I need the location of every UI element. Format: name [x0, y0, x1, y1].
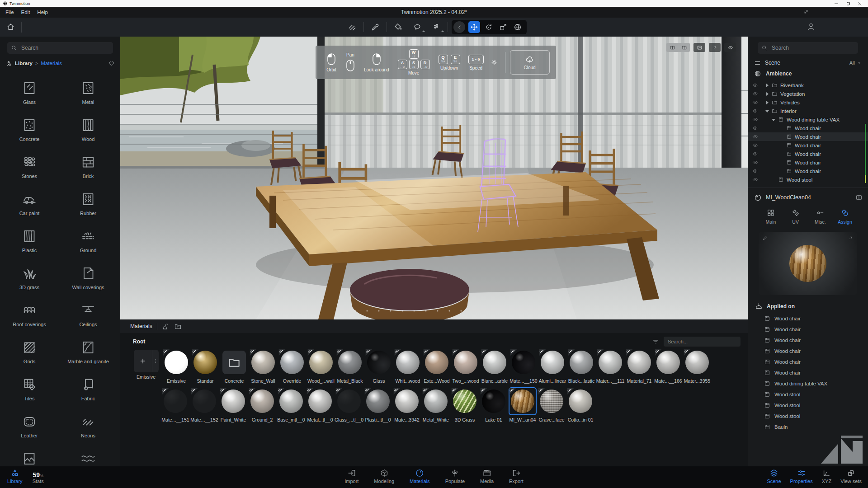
applied-on-item[interactable]: Wood stool — [748, 411, 868, 422]
tree-row[interactable]: Wood dining table VAX — [748, 115, 868, 124]
library-category[interactable]: Leather — [3, 410, 56, 447]
tree-row[interactable]: Wood chair — [748, 124, 868, 132]
account-button[interactable] — [807, 22, 816, 31]
tree-row[interactable]: Vegetation — [748, 89, 868, 98]
library-category[interactable]: 3D grass — [3, 262, 56, 299]
footer-stats[interactable]: 59% Stats — [33, 471, 44, 484]
material-tile[interactable]: Exte...Wood — [422, 348, 451, 384]
library-category[interactable]: Ceilings — [61, 299, 115, 336]
paint-fill-tool-button[interactable] — [394, 23, 403, 32]
library-category[interactable]: Stones — [3, 150, 56, 188]
tree-row[interactable]: Wood chair — [748, 150, 868, 158]
pencil-icon[interactable] — [762, 235, 768, 241]
footer-nav-item[interactable]: Modeling — [374, 469, 394, 484]
material-preview[interactable] — [759, 232, 857, 295]
viewport-image-button[interactable] — [693, 43, 705, 52]
material-tile[interactable]: Mate...__166 — [654, 348, 683, 384]
material-tile[interactable]: Cotto...in 01 — [566, 387, 595, 422]
eye-icon[interactable] — [752, 99, 758, 105]
spray-tool-button[interactable] — [432, 23, 441, 32]
footer-nav-item[interactable]: Populate — [445, 469, 465, 484]
eye-icon[interactable] — [752, 134, 758, 140]
library-category[interactable]: Ground — [61, 225, 115, 262]
applied-on-item[interactable]: Wood chair — [748, 357, 868, 367]
breadcrumb-materials[interactable]: Materials — [41, 61, 62, 66]
eye-icon[interactable] — [752, 82, 758, 88]
tree-row[interactable]: Wood chair — [748, 132, 868, 141]
library-category[interactable] — [3, 447, 56, 466]
material-tile[interactable]: Wood_...wall — [307, 348, 335, 384]
library-category[interactable]: Fabric — [61, 373, 115, 410]
eye-icon[interactable] — [752, 91, 758, 97]
menu-item[interactable]: Edit — [21, 9, 30, 15]
eye-icon[interactable] — [752, 142, 758, 148]
footer-nav-item[interactable]: Export — [509, 469, 524, 484]
material-tile[interactable]: Plasti...tl__0 — [363, 387, 392, 422]
material-tile[interactable]: Mater...__111 — [596, 348, 625, 384]
materials-dock-tab[interactable]: Materials — [130, 323, 152, 329]
library-category[interactable]: Brick — [61, 150, 115, 188]
cloud-button[interactable]: Cloud — [510, 50, 550, 75]
rotate-tool-button[interactable] — [483, 21, 495, 33]
viewport-3d[interactable]: Orbit Pan Look around W↑Z A←Q S↓S D→D Mo… — [120, 37, 748, 319]
material-tile[interactable]: Glass — [364, 348, 393, 384]
material-tile[interactable]: Standar — [191, 348, 220, 384]
material-tile[interactable]: MI_W...an04 — [508, 387, 537, 422]
material-tile[interactable]: 3D Grass — [450, 387, 479, 422]
material-tile[interactable]: Stone_Wall — [249, 348, 278, 384]
material-tab[interactable]: Misc. — [809, 208, 831, 225]
expand-window-icon[interactable] — [803, 9, 809, 15]
material-tile[interactable]: Material_71 — [625, 348, 654, 384]
eye-icon[interactable] — [752, 108, 758, 114]
applied-on-item[interactable]: Wood chair — [748, 335, 868, 346]
footer-right-item[interactable]: Properties — [790, 469, 813, 484]
material-tile[interactable]: Lake 01 — [479, 387, 508, 422]
dock-root-label[interactable]: Root — [133, 338, 145, 345]
tree-row[interactable]: Wood chair — [748, 167, 868, 175]
material-tile[interactable]: Black...lastic — [567, 348, 596, 384]
tree-row[interactable]: Wood chair — [748, 158, 868, 167]
close-button[interactable] — [857, 1, 863, 6]
tree-row[interactable]: Wood chair — [748, 141, 868, 150]
world-space-button[interactable] — [512, 21, 524, 33]
tree-row[interactable]: Wood stool — [748, 175, 868, 184]
add-material-menu-button[interactable] — [152, 350, 159, 372]
material-tile[interactable]: Mate...__151 — [161, 387, 190, 422]
applied-on-item[interactable]: Bauln — [748, 422, 868, 432]
minimize-button[interactable] — [834, 1, 839, 6]
footer-nav-item[interactable]: Media — [480, 469, 494, 484]
tree-row[interactable]: Riverbank — [748, 81, 868, 89]
library-category[interactable]: Plastic — [3, 225, 56, 262]
eye-icon[interactable] — [752, 151, 758, 157]
material-tile[interactable]: Override — [278, 348, 307, 384]
viewport-visibility-button[interactable] — [724, 43, 736, 52]
material-tab[interactable]: Main — [760, 208, 782, 225]
library-search-input[interactable] — [20, 44, 109, 52]
library-category[interactable]: Marble and granite — [61, 336, 115, 373]
material-tile[interactable]: Mater...3955 — [683, 348, 712, 384]
material-tile[interactable]: Mate...__150 — [509, 348, 538, 384]
material-tile[interactable]: Metal_White — [421, 387, 450, 422]
maximize-button[interactable] — [845, 1, 851, 6]
material-tab[interactable]: UV — [784, 208, 807, 225]
library-category[interactable]: Glass — [3, 76, 56, 113]
eye-icon[interactable] — [752, 168, 758, 174]
material-tile[interactable]: Bianc...arble — [480, 348, 509, 384]
footer-right-item[interactable]: XYZ — [822, 469, 831, 484]
library-category[interactable]: Metal — [61, 76, 115, 113]
library-category[interactable]: Wall coverings — [61, 262, 115, 299]
material-tab[interactable]: Assign — [834, 208, 856, 225]
favorites-heart-icon[interactable] — [108, 60, 115, 66]
dock-search-input[interactable] — [664, 337, 741, 347]
scene-menu-icon[interactable] — [754, 60, 761, 66]
footer-right-item[interactable]: View sets — [840, 469, 862, 484]
filter-icon[interactable] — [652, 338, 659, 345]
scene-filter-dropdown[interactable]: All — [849, 60, 862, 66]
viewport-layout-button[interactable] — [666, 43, 678, 52]
material-tile[interactable]: Metal...tl__0 — [306, 387, 335, 422]
eye-icon[interactable] — [752, 125, 758, 131]
applied-on-item[interactable]: Wood chair — [748, 367, 868, 378]
add-material-button[interactable] — [134, 350, 152, 372]
material-tile[interactable]: Concrete — [220, 348, 249, 384]
hatch-tool-button[interactable] — [348, 23, 357, 32]
